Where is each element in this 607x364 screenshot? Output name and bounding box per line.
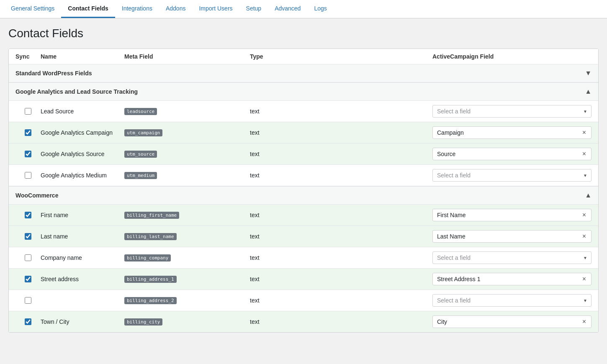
- ac-select-clear-first-name[interactable]: ×: [581, 212, 587, 218]
- checkbox-google-analytics-source[interactable]: [25, 151, 31, 157]
- meta-badge-google-analytics-source: utm_source: [124, 151, 157, 158]
- section-header-woocommerce[interactable]: WooCommerce▲: [9, 186, 598, 205]
- meta-badge-town-city: billing_city: [124, 318, 162, 326]
- col-ac-field: ActiveCampaign Field: [432, 53, 592, 60]
- meta-badge-company-name: billing_company: [124, 254, 171, 261]
- table-header: Sync Name Meta Field Type ActiveCampaign…: [9, 49, 598, 64]
- ac-select-clear-town-city[interactable]: ×: [581, 318, 587, 325]
- tab-logs[interactable]: Logs: [307, 0, 333, 18]
- checkbox-cell-company-name: [15, 254, 41, 261]
- checkbox-cell-last-name: [15, 233, 41, 240]
- meta-badge-first-name: billing_first_name: [124, 212, 179, 219]
- tab-integrations[interactable]: Integrations: [115, 0, 159, 18]
- checkbox-cell-town-city: [15, 318, 41, 325]
- meta-badge-lead-source: leadsource: [124, 108, 157, 115]
- ac-select-billing-address-2[interactable]: Select a field: [432, 294, 592, 307]
- meta-cell-town-city: billing_city: [124, 318, 250, 326]
- name-cell-company-name: Company name: [41, 254, 124, 261]
- type-cell-google-analytics-medium: text: [250, 172, 432, 179]
- checkbox-google-analytics-campaign[interactable]: [25, 129, 31, 136]
- meta-badge-google-analytics-medium: utm_medium: [124, 172, 157, 179]
- checkbox-first-name[interactable]: [25, 212, 31, 218]
- ac-select-clear-google-analytics-source[interactable]: ×: [581, 151, 587, 157]
- ac-select-filled-town-city[interactable]: City×: [432, 315, 592, 328]
- col-meta-field: Meta Field: [124, 53, 250, 60]
- tab-setup[interactable]: Setup: [239, 0, 268, 18]
- meta-badge-street-address: billing_address_1: [124, 276, 177, 283]
- tab-advanced[interactable]: Advanced: [268, 0, 307, 18]
- checkbox-cell-street-address: [15, 276, 41, 282]
- checkbox-cell-google-analytics-medium: [15, 172, 41, 179]
- checkbox-lead-source[interactable]: [25, 108, 31, 115]
- col-type: Type: [250, 53, 432, 60]
- tab-contact-fields[interactable]: Contact Fields: [61, 0, 115, 18]
- ac-field-cell-billing-address-2: Select a field: [432, 294, 592, 307]
- tab-import-users[interactable]: Import Users: [192, 0, 239, 18]
- tabs-bar: General SettingsContact FieldsIntegratio…: [0, 0, 607, 18]
- col-name: Name: [41, 53, 124, 60]
- checkbox-last-name[interactable]: [25, 233, 31, 240]
- ac-select-lead-source[interactable]: Select a field: [432, 105, 592, 118]
- ac-field-cell-google-analytics-campaign: Campaign×: [432, 126, 592, 139]
- type-cell-google-analytics-campaign: text: [250, 129, 432, 136]
- chevron-icon-google-analytics: ▲: [585, 88, 592, 95]
- checkbox-google-analytics-medium[interactable]: [25, 172, 31, 179]
- ac-select-filled-last-name[interactable]: Last Name×: [432, 230, 592, 243]
- ac-select-filled-google-analytics-source[interactable]: Source×: [432, 148, 592, 160]
- ac-select-wrapper-lead-source: Select a field: [432, 105, 592, 118]
- ac-select-filled-street-address[interactable]: Street Address 1×: [432, 273, 592, 285]
- ac-field-cell-last-name: Last Name×: [432, 230, 592, 243]
- ac-field-cell-google-analytics-medium: Select a field: [432, 169, 592, 182]
- ac-field-cell-first-name: First Name×: [432, 209, 592, 221]
- checkbox-cell-google-analytics-source: [15, 151, 41, 157]
- field-row-first-name: First namebilling_first_nametextFirst Na…: [9, 205, 598, 226]
- section-header-standard-wordpress[interactable]: Standard WordPress Fields▼: [9, 64, 598, 82]
- section-label-google-analytics: Google Analytics and Lead Source Trackin…: [15, 88, 138, 95]
- ac-select-clear-google-analytics-campaign[interactable]: ×: [581, 129, 587, 136]
- meta-cell-last-name: billing_last_name: [124, 233, 250, 240]
- ac-select-filled-first-name[interactable]: First Name×: [432, 209, 592, 221]
- ac-select-value-first-name: First Name: [437, 212, 581, 218]
- checkbox-company-name[interactable]: [25, 254, 31, 261]
- checkbox-cell-google-analytics-campaign: [15, 129, 41, 136]
- ac-select-clear-street-address[interactable]: ×: [581, 276, 587, 282]
- type-cell-billing-address-2: text: [250, 297, 432, 304]
- type-cell-street-address: text: [250, 276, 432, 282]
- meta-cell-google-analytics-medium: utm_medium: [124, 172, 250, 179]
- ac-select-filled-google-analytics-campaign[interactable]: Campaign×: [432, 126, 592, 139]
- meta-cell-billing-address-2: billing_address_2: [124, 297, 250, 304]
- ac-select-clear-last-name[interactable]: ×: [581, 233, 587, 240]
- meta-cell-lead-source: leadsource: [124, 108, 250, 115]
- checkbox-street-address[interactable]: [25, 276, 31, 282]
- section-header-google-analytics[interactable]: Google Analytics and Lead Source Trackin…: [9, 82, 598, 101]
- ac-select-company-name[interactable]: Select a field: [432, 251, 592, 264]
- type-cell-google-analytics-source: text: [250, 151, 432, 157]
- name-cell-lead-source: Lead Source: [41, 108, 124, 115]
- main-content: Contact Fields Sync Name Meta Field Type…: [0, 18, 607, 341]
- meta-badge-google-analytics-campaign: utm_campaign: [124, 129, 162, 136]
- field-row-billing-address-2: billing_address_2textSelect a field: [9, 290, 598, 311]
- name-cell-first-name: First name: [41, 212, 124, 218]
- ac-select-value-town-city: City: [437, 318, 581, 325]
- checkbox-billing-address-2[interactable]: [25, 297, 31, 304]
- checkbox-town-city[interactable]: [25, 318, 31, 325]
- ac-select-google-analytics-medium[interactable]: Select a field: [432, 169, 592, 182]
- field-row-street-address: Street addressbilling_address_1textStree…: [9, 269, 598, 290]
- ac-field-cell-street-address: Street Address 1×: [432, 273, 592, 285]
- ac-field-cell-town-city: City×: [432, 315, 592, 328]
- tab-addons[interactable]: Addons: [159, 0, 192, 18]
- field-row-company-name: Company namebilling_companytextSelect a …: [9, 247, 598, 269]
- meta-badge-billing-address-2: billing_address_2: [124, 297, 177, 304]
- tab-general-settings[interactable]: General Settings: [4, 0, 61, 18]
- section-label-woocommerce: WooCommerce: [15, 192, 58, 199]
- type-cell-lead-source: text: [250, 108, 432, 115]
- page-title: Contact Fields: [8, 27, 599, 40]
- name-cell-google-analytics-medium: Google Analytics Medium: [41, 172, 124, 179]
- ac-field-cell-google-analytics-source: Source×: [432, 148, 592, 160]
- ac-select-value-street-address: Street Address 1: [437, 276, 581, 282]
- ac-select-value-google-analytics-campaign: Campaign: [437, 129, 581, 136]
- table-container: Sync Name Meta Field Type ActiveCampaign…: [8, 49, 599, 333]
- field-row-google-analytics-source: Google Analytics Sourceutm_sourcetextSou…: [9, 144, 598, 165]
- meta-cell-street-address: billing_address_1: [124, 276, 250, 283]
- type-cell-town-city: text: [250, 318, 432, 325]
